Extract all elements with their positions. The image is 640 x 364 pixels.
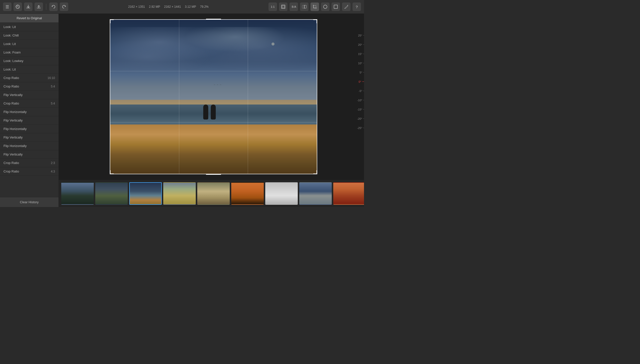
- photo-figures: [203, 104, 218, 124]
- ruler-tick: [363, 44, 364, 45]
- download-button[interactable]: [24, 2, 32, 11]
- thumbnail-strip: [59, 180, 364, 207]
- undo-button[interactable]: [49, 2, 58, 11]
- history-item-7[interactable]: Crop Ratio5:4: [0, 82, 58, 91]
- image-megapixels-1: 2.92 MP: [149, 5, 160, 8]
- ruler-mark--5: -5°: [353, 86, 364, 96]
- rect-icon: [334, 4, 338, 9]
- image-dimensions-2: 2162 × 1441: [164, 5, 181, 8]
- thumbnail-canyon[interactable]: [333, 182, 364, 205]
- freehand-icon: [344, 4, 348, 9]
- history-item-1[interactable]: Look: Chill: [0, 31, 58, 40]
- history-item-label: Crop Ratio: [4, 102, 19, 105]
- history-item-13[interactable]: Flip Vertically: [0, 133, 58, 142]
- redo-icon: [62, 4, 66, 9]
- ruler-mark--20: -20°: [353, 114, 364, 123]
- ruler-tick: [363, 118, 364, 119]
- compare-b-button[interactable]: B / A: [290, 2, 298, 11]
- history-item-0[interactable]: Look: Lit: [0, 23, 58, 31]
- ruler-label: -25°: [357, 126, 362, 130]
- history-item-16[interactable]: Crop Ratio2:3: [0, 159, 58, 167]
- history-item-3[interactable]: Look: Foam: [0, 48, 58, 57]
- history-item-label: Look: Chill: [4, 34, 19, 37]
- history-list: Look: LitLook: ChillLook: LitLook: FoamL…: [0, 23, 58, 197]
- history-item-2[interactable]: Look: Lit: [0, 40, 58, 48]
- ruler-mark--10: -10°: [353, 96, 364, 105]
- history-item-17[interactable]: Crop Ratio4:3: [0, 167, 58, 176]
- ruler-label: 15°: [358, 52, 362, 56]
- thumbnail-beach[interactable]: [129, 182, 162, 205]
- history-button[interactable]: [14, 2, 22, 11]
- ruler-mark-15: 15°: [353, 49, 364, 58]
- history-item-14[interactable]: Flip Horizontally: [0, 142, 58, 150]
- zoom-level: 79.2%: [200, 5, 208, 8]
- fit-button[interactable]: [279, 2, 288, 11]
- thumbnail-field[interactable]: [163, 182, 196, 205]
- history-item-8[interactable]: Flip Vertically: [0, 91, 58, 99]
- circle-tool-button[interactable]: [321, 2, 330, 11]
- ruler-label: -10°: [357, 99, 362, 102]
- image-megapixels-2: 3.12 MP: [185, 5, 196, 8]
- history-item-badge: 2:3: [51, 161, 55, 165]
- thumbnail-portrait[interactable]: [197, 182, 230, 205]
- help-button[interactable]: ?: [352, 2, 361, 11]
- history-item-6[interactable]: Crop Ratio16:10: [0, 74, 58, 82]
- ruler-label: 5°: [360, 71, 362, 74]
- thumbnail-road[interactable]: [95, 182, 128, 205]
- rect-tool-button[interactable]: [332, 2, 340, 11]
- history-item-badge: 5:4: [51, 102, 55, 105]
- redo-button[interactable]: [60, 2, 68, 11]
- ruler-mark-20: 20°: [353, 40, 364, 49]
- separator-1: [46, 4, 46, 10]
- svg-point-7: [324, 5, 327, 8]
- share-button[interactable]: [34, 2, 43, 11]
- compare-b-icon: B / A: [291, 4, 296, 9]
- ruler-tick: [362, 82, 364, 82]
- zoom-1-1-button[interactable]: 1:1: [268, 2, 277, 11]
- crop-tool-button[interactable]: [310, 2, 319, 11]
- crop-icon: [312, 4, 317, 9]
- history-item-label: Flip Vertically: [4, 136, 23, 139]
- figure-2: [211, 104, 216, 120]
- history-item-label: Look: Lit: [4, 68, 16, 71]
- history-item-5[interactable]: Look: Lit: [0, 65, 58, 74]
- left-sidebar: Revert to Original Look: LitLook: ChillL…: [0, 14, 59, 207]
- help-icon: ?: [356, 5, 358, 9]
- ruler-mark--15: -15°: [353, 105, 364, 114]
- rotation-ruler: 25°20°15°10°5°0°-5°-10°-15°-20°-25°: [353, 14, 364, 150]
- ruler-mark--25: -25°: [353, 123, 364, 132]
- compare-a-button[interactable]: [300, 2, 308, 11]
- history-item-11[interactable]: Flip Vertically: [0, 116, 58, 125]
- history-item-label: Flip Horizontally: [4, 127, 26, 131]
- history-item-label: Look: Lit: [4, 42, 16, 46]
- thumbnail-flower[interactable]: [265, 182, 298, 205]
- history-item-10[interactable]: Flip Horizontally: [0, 108, 58, 116]
- ruler-tick: [363, 109, 364, 110]
- center-area: ⌒ ⌒ ⌒: [59, 14, 364, 207]
- svg-rect-6: [304, 5, 306, 8]
- history-item-label: Look: Foam: [4, 50, 21, 54]
- photo-background: ⌒ ⌒ ⌒: [110, 19, 317, 174]
- svg-rect-5: [302, 5, 304, 8]
- history-item-15[interactable]: Flip Vertically: [0, 150, 58, 159]
- ruler-label: 20°: [358, 43, 362, 46]
- clear-history-button[interactable]: Clear History: [0, 197, 58, 207]
- canvas-container: ⌒ ⌒ ⌒: [59, 14, 364, 180]
- history-item-label: Flip Vertically: [4, 152, 23, 156]
- thumbnail-mountains[interactable]: [61, 182, 94, 205]
- compare-a-icon: [302, 4, 306, 9]
- ruler-tick: [363, 63, 364, 63]
- thumbnail-mountain2[interactable]: [299, 182, 332, 205]
- thumbnail-tower[interactable]: [231, 182, 264, 205]
- ruler-mark-0: 0°: [353, 77, 364, 86]
- history-item-9[interactable]: Crop Ratio5:4: [0, 99, 58, 108]
- freehand-tool-button[interactable]: [342, 2, 350, 11]
- history-item-4[interactable]: Look: Lowkey: [0, 57, 58, 65]
- menu-button[interactable]: ☰: [3, 2, 12, 11]
- zoom-1-1-label: 1:1: [271, 5, 274, 8]
- history-item-label: Flip Vertically: [4, 93, 23, 97]
- history-item-12[interactable]: Flip Horizontally: [0, 125, 58, 133]
- revert-to-original-button[interactable]: Revert to Original: [0, 14, 58, 23]
- menu-icon: ☰: [6, 4, 9, 9]
- svg-rect-1: [282, 5, 285, 8]
